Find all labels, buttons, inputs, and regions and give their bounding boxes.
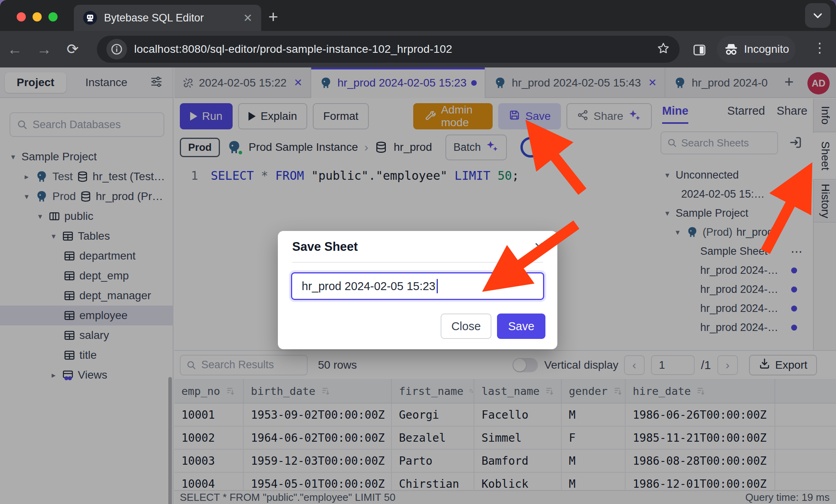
- new-browser-tab-button[interactable]: +: [268, 9, 278, 25]
- bookmark-star-icon[interactable]: [657, 42, 670, 57]
- browser-tab-strip: Bytebase SQL Editor ✕ +: [0, 0, 836, 31]
- incognito-icon: [723, 42, 739, 56]
- dialog-close-button[interactable]: Close: [441, 314, 491, 339]
- sheet-name-input[interactable]: hr_prod 2024-02-05 15:23: [291, 272, 544, 300]
- sheet-name-value: hr_prod 2024-02-05 15:23: [302, 280, 435, 293]
- text-caret: [437, 279, 438, 293]
- side-panel-icon[interactable]: [692, 43, 707, 59]
- back-button[interactable]: ←: [0, 41, 29, 58]
- tab-overview-button[interactable]: [805, 3, 830, 28]
- url-text: localhost:8080/sql-editor/prod-sample-in…: [134, 43, 657, 56]
- browser-tab[interactable]: Bytebase SQL Editor ✕: [74, 5, 261, 31]
- browser-window: Bytebase SQL Editor ✕ + ← → ⟳ localhost:…: [0, 0, 836, 504]
- incognito-label: Incognito: [744, 43, 789, 56]
- save-sheet-dialog: Save Sheet ✕ hr_prod 2024-02-05 15:23 Cl…: [278, 231, 557, 349]
- dialog-title: Save Sheet: [292, 240, 358, 254]
- mac-close-button[interactable]: [17, 12, 26, 21]
- reload-button[interactable]: ⟳: [59, 41, 87, 58]
- browser-tab-close-icon[interactable]: ✕: [243, 12, 252, 25]
- bytebase-favicon: [83, 10, 98, 25]
- dialog-divider: [292, 262, 543, 263]
- browser-menu-icon[interactable]: ⋮: [813, 40, 826, 56]
- browser-tab-title: Bytebase SQL Editor: [104, 12, 237, 24]
- mac-minimize-button[interactable]: [33, 12, 42, 21]
- browser-toolbar: ← → ⟳ localhost:8080/sql-editor/prod-sam…: [0, 31, 836, 67]
- dialog-close-icon[interactable]: ✕: [534, 240, 544, 254]
- incognito-badge[interactable]: Incognito: [717, 36, 796, 63]
- site-info-icon[interactable]: [106, 39, 127, 60]
- mac-zoom-button[interactable]: [48, 12, 58, 21]
- chevron-down-icon: [812, 10, 824, 21]
- forward-button[interactable]: →: [29, 41, 59, 58]
- url-bar[interactable]: localhost:8080/sql-editor/prod-sample-in…: [97, 36, 680, 63]
- dialog-save-button[interactable]: Save: [497, 314, 545, 339]
